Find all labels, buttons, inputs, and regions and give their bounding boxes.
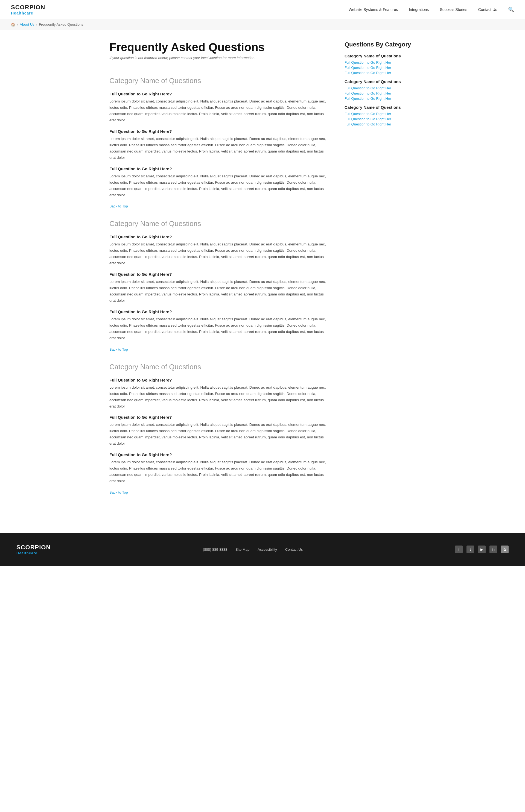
footer-logo-scorpion: SCORPION — [16, 544, 50, 551]
footer-logo-healthcare: Healthcare — [16, 551, 50, 555]
faq-question-0-0: Full Question to Go Right Here? — [109, 92, 328, 96]
breadcrumb-sep1: › — [17, 22, 18, 27]
facebook-icon[interactable]: f — [455, 546, 463, 553]
sidebar-cat-name-2: Category Name of Questions — [345, 105, 416, 110]
faq-answer-0-2: Lorem ipsum dolor sit amet, consectetur … — [109, 173, 328, 198]
sidebar-link-2-2[interactable]: Full Question to Go Right Her — [345, 122, 416, 126]
sidebar-link-2-0[interactable]: Full Question to Go Right Her — [345, 112, 416, 116]
sidebar-link-1-0[interactable]: Full Question to Go Right Her — [345, 86, 416, 90]
logo-scorpion-text: SCORPION — [11, 4, 45, 11]
sidebar-groups: Category Name of QuestionsFull Question … — [345, 53, 416, 126]
page-subtitle: If your question is not featured below, … — [109, 56, 328, 60]
twitter-icon[interactable]: t — [466, 546, 474, 553]
linkedin-icon[interactable]: in — [490, 546, 497, 553]
category-heading-2: Category Name of Questions — [109, 363, 328, 371]
faq-question-1-0: Full Question to Go Right Here? — [109, 234, 328, 239]
breadcrumb-current: Frequently Asked Questions — [39, 22, 84, 27]
faq-answer-1-1: Lorem ipsum dolor sit amet, consectetur … — [109, 279, 328, 304]
youtube-icon[interactable]: ▶ — [478, 546, 485, 553]
sidebar-link-0-1[interactable]: Full Question to Go Right Her — [345, 66, 416, 70]
faq-answer-1-2: Lorem ipsum dolor sit amet, consectetur … — [109, 316, 328, 341]
nav-contact-us[interactable]: Contact Us — [478, 7, 497, 12]
page-title: Frequently Asked Questions — [109, 41, 328, 53]
content-area: Frequently Asked Questions If your quest… — [109, 41, 328, 506]
logo-healthcare-text: Healthcare — [11, 11, 33, 15]
nav-website-systems[interactable]: Website Systems & Features — [349, 7, 398, 12]
divider — [109, 71, 328, 71]
breadcrumb-about[interactable]: About Us — [20, 22, 34, 27]
instagram-icon[interactable]: ✿ — [501, 546, 509, 553]
sidebar-link-0-0[interactable]: Full Question to Go Right Her — [345, 60, 416, 64]
footer-inner: SCORPION Healthcare (888) 889-8888 Site … — [16, 544, 509, 555]
back-to-top-0[interactable]: Back to Top — [109, 204, 128, 208]
category-heading-0: Category Name of Questions — [109, 77, 328, 85]
footer-social: f t ▶ in ✿ — [455, 546, 509, 553]
faq-category-2: Category Name of QuestionsFull Question … — [109, 363, 328, 495]
footer-logo[interactable]: SCORPION Healthcare — [16, 544, 50, 555]
back-to-top-1[interactable]: Back to Top — [109, 347, 128, 351]
faq-categories-container: Category Name of QuestionsFull Question … — [109, 77, 328, 495]
nav-success-stories[interactable]: Success Stories — [440, 7, 467, 12]
faq-question-2-2: Full Question to Go Right Here? — [109, 452, 328, 457]
search-icon[interactable]: 🔍 — [508, 6, 514, 13]
nav-integrations[interactable]: Integrations — [409, 7, 429, 12]
breadcrumb-sep2: › — [36, 22, 37, 27]
footer-nav: (888) 889-8888 Site Map Accessibility Co… — [203, 548, 303, 552]
footer-phone[interactable]: (888) 889-8888 — [203, 548, 227, 552]
site-footer: SCORPION Healthcare (888) 889-8888 Site … — [0, 533, 525, 566]
faq-question-2-1: Full Question to Go Right Here? — [109, 415, 328, 419]
faq-question-1-1: Full Question to Go Right Here? — [109, 272, 328, 277]
site-header: SCORPION Healthcare Website Systems & Fe… — [0, 0, 525, 19]
sidebar-cat-name-0: Category Name of Questions — [345, 53, 416, 58]
category-heading-1: Category Name of Questions — [109, 219, 328, 228]
main-nav: Website Systems & Features Integrations … — [349, 6, 514, 13]
sidebar-link-1-2[interactable]: Full Question to Go Right Her — [345, 96, 416, 101]
faq-question-0-2: Full Question to Go Right Here? — [109, 166, 328, 171]
main-container: Frequently Asked Questions If your quest… — [99, 30, 426, 517]
sidebar-cat-name-1: Category Name of Questions — [345, 79, 416, 84]
logo[interactable]: SCORPION Healthcare — [11, 4, 45, 15]
faq-answer-2-1: Lorem ipsum dolor sit amet, consectetur … — [109, 422, 328, 447]
footer-sitemap[interactable]: Site Map — [236, 548, 250, 552]
faq-category-1: Category Name of QuestionsFull Question … — [109, 219, 328, 351]
sidebar: Questions By Category Category Name of Q… — [345, 41, 416, 506]
sidebar-link-0-2[interactable]: Full Question to Go Right Her — [345, 71, 416, 75]
faq-answer-1-0: Lorem ipsum dolor sit amet, consectetur … — [109, 241, 328, 266]
faq-answer-2-2: Lorem ipsum dolor sit amet, consectetur … — [109, 459, 328, 484]
faq-question-1-2: Full Question to Go Right Here? — [109, 309, 328, 314]
footer-contact[interactable]: Contact Us — [285, 548, 303, 552]
faq-answer-0-0: Lorem ipsum dolor sit amet, consectetur … — [109, 98, 328, 124]
footer-accessibility[interactable]: Accessibility — [258, 548, 277, 552]
faq-question-0-1: Full Question to Go Right Here? — [109, 129, 328, 134]
faq-category-0: Category Name of QuestionsFull Question … — [109, 77, 328, 209]
faq-question-2-0: Full Question to Go Right Here? — [109, 378, 328, 382]
sidebar-link-1-1[interactable]: Full Question to Go Right Her — [345, 91, 416, 95]
breadcrumb-bar: 🏠 › About Us › Frequently Asked Question… — [0, 19, 525, 30]
back-to-top-2[interactable]: Back to Top — [109, 490, 128, 494]
sidebar-link-2-1[interactable]: Full Question to Go Right Her — [345, 117, 416, 121]
faq-answer-0-1: Lorem ipsum dolor sit amet, consectetur … — [109, 136, 328, 161]
breadcrumb: 🏠 › About Us › Frequently Asked Question… — [11, 22, 514, 27]
faq-answer-2-0: Lorem ipsum dolor sit amet, consectetur … — [109, 385, 328, 410]
breadcrumb-home[interactable]: 🏠 — [11, 22, 15, 27]
sidebar-title: Questions By Category — [345, 41, 416, 48]
